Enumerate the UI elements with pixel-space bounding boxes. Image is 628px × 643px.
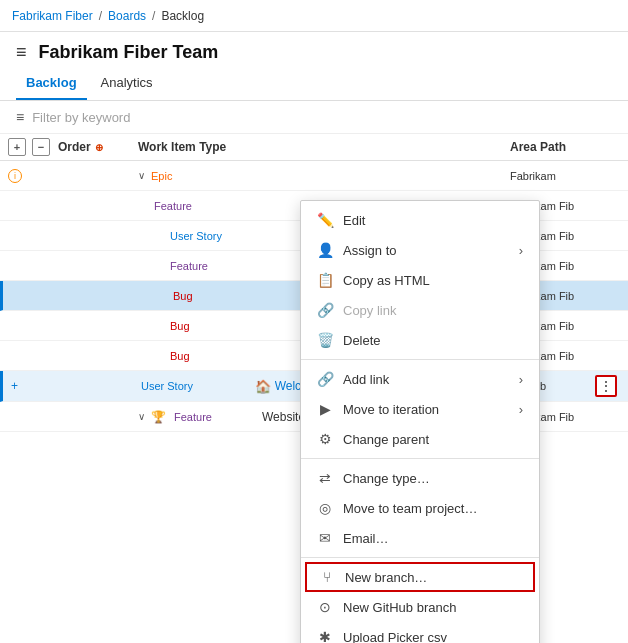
menu-divider-1 [301,359,539,360]
breadcrumb-fabrikam[interactable]: Fabrikam Fiber [12,9,93,23]
row-expand-1: i [8,169,58,183]
menu-divider-2 [301,458,539,459]
menu-divider-3 [301,557,539,558]
menu-item-new-branch[interactable]: ⑂ New branch… [305,562,535,592]
table-header: + − Order ⊕ Work Item Type Area Path [0,134,628,161]
move-project-icon: ◎ [317,500,333,516]
menu-label-change-parent: Change parent [343,432,429,447]
arrow-icon: › [519,243,523,258]
page-header: ≡ Fabrikam Fiber Team [0,32,628,69]
col-header-wit: Work Item Type [138,140,262,154]
menu-label-assign: Assign to [343,243,396,258]
menu-item-change-type[interactable]: ⇄ Change type… [301,463,539,493]
row-actions-8: ⋮ [592,375,620,397]
breadcrumb-boards[interactable]: Boards [108,9,146,23]
menu-item-copy-html[interactable]: 📋 Copy as HTML [301,265,539,295]
menu-item-delete[interactable]: 🗑️ Delete [301,325,539,355]
row-area-1: Fabrikam [510,170,620,182]
row-wit-4: Feature [170,260,283,272]
copy-icon: 📋 [317,272,333,288]
upload-icon: ✱ [317,629,333,643]
email-icon: ✉ [317,530,333,546]
wit-type-label: Feature [154,200,192,212]
row-wit-7: Bug [170,350,283,362]
filter-placeholder: Filter by keyword [32,110,130,125]
page-title: Fabrikam Fiber Team [39,42,219,63]
menu-item-add-link[interactable]: 🔗 Add link › [301,364,539,394]
breadcrumb: Fabrikam Fiber / Boards / Backlog [0,0,628,32]
edit-icon: ✏️ [317,212,333,228]
table-row: i ∨ Epic Fabrikam [0,161,628,191]
breadcrumb-current: Backlog [161,9,204,23]
wit-type-label: Epic [151,170,172,182]
menu-label-email: Email… [343,531,389,546]
wit-type-label: User Story [141,380,193,392]
menu-item-edit[interactable]: ✏️ Edit [301,205,539,235]
menu-label-new-github: New GitHub branch [343,600,456,615]
add-link-icon: 🔗 [317,371,333,387]
move-icon: ▶ [317,401,333,417]
row-wit-1: ∨ Epic [138,170,262,182]
menu-item-email[interactable]: ✉ Email… [301,523,539,553]
row-wit-2: Feature [154,200,273,212]
menu-label-delete: Delete [343,333,381,348]
col-header-area: Area Path [510,140,620,154]
menu-label-upload-picker: Upload Picker csv [343,630,447,644]
title-icon: 🏠 [255,379,271,394]
breadcrumb-sep1: / [99,9,102,23]
filter-bar: ≡ Filter by keyword [0,101,628,134]
remove-row-button[interactable]: − [32,138,50,156]
hamburger-menu-icon[interactable]: ≡ [16,42,27,63]
arrow-icon: › [519,402,523,417]
info-icon: i [8,169,22,183]
change-parent-icon: ⚙ [317,431,333,447]
wit-type-label: Feature [170,260,208,272]
add-row-button[interactable]: + [8,138,26,156]
chevron-icon[interactable]: ∨ [138,411,145,422]
menu-label-add-link: Add link [343,372,389,387]
tab-bar: Backlog Analytics [0,69,628,101]
row-wit-3: User Story [170,230,283,242]
breadcrumb-sep2: / [152,9,155,23]
context-menu-button[interactable]: ⋮ [595,375,617,397]
wit-type-label: Bug [170,350,190,362]
filter-icon: ≡ [16,109,24,125]
trophy-icon: 🏆 [151,410,166,424]
menu-label-change-type: Change type… [343,471,430,486]
wit-type-label: Bug [170,320,190,332]
menu-label-edit: Edit [343,213,365,228]
menu-item-new-github[interactable]: ⊙ New GitHub branch [301,592,539,622]
trash-icon: 🗑️ [317,332,333,348]
arrow-icon: › [519,372,523,387]
menu-item-copy-link: 🔗 Copy link [301,295,539,325]
col-header-order: Order ⊕ [58,140,138,154]
chevron-icon[interactable]: ∨ [138,170,145,181]
wit-type-label: Feature [174,411,212,423]
branch-icon: ⑂ [319,569,335,585]
order-info-icon: ⊕ [95,142,103,153]
add-child-button[interactable]: + [11,379,18,393]
menu-label-new-branch: New branch… [345,570,427,585]
menu-label-copy-link: Copy link [343,303,396,318]
menu-item-change-parent[interactable]: ⚙ Change parent [301,424,539,454]
menu-item-move-iteration[interactable]: ▶ Move to iteration › [301,394,539,424]
row-wit-5: Bug [173,290,285,302]
github-icon: ⊙ [317,599,333,615]
wit-type-label: User Story [170,230,222,242]
wit-type-label: Bug [173,290,193,302]
menu-item-move-project[interactable]: ◎ Move to team project… [301,493,539,523]
row-wit-9: ∨ 🏆 Feature [138,410,262,424]
menu-label-move-iteration: Move to iteration [343,402,439,417]
menu-item-upload-picker[interactable]: ✱ Upload Picker csv [301,622,539,643]
col-header-expand: + − [8,138,58,156]
row-expand-8: + [11,379,61,393]
change-type-icon: ⇄ [317,470,333,486]
menu-label-move-project: Move to team project… [343,501,477,516]
row-wit-6: Bug [170,320,283,332]
tab-analytics[interactable]: Analytics [91,69,163,100]
person-icon: 👤 [317,242,333,258]
menu-label-copy-html: Copy as HTML [343,273,430,288]
link-icon: 🔗 [317,302,333,318]
tab-backlog[interactable]: Backlog [16,69,87,100]
menu-item-assign-to[interactable]: 👤 Assign to › [301,235,539,265]
